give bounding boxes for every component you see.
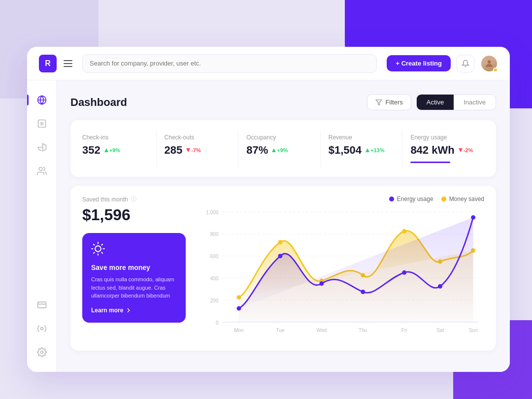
svg-text:0: 0 [216, 320, 219, 326]
stat-occupancy-label: Occupancy [246, 134, 312, 141]
promo-card: Save more money Cras quis nulla commodo,… [82, 233, 186, 323]
promo-link[interactable]: Learn more [91, 307, 177, 314]
filter-button[interactable]: Filters [367, 94, 411, 110]
svg-text:600: 600 [210, 254, 219, 259]
page-title: Dashboard [70, 96, 127, 109]
stats-row: Check-ins 352 +9% Check-outs 285 [82, 130, 484, 167]
svg-marker-15 [104, 148, 108, 152]
svg-text:Fri: Fri [401, 328, 407, 333]
savings-amount: $1,596 [82, 206, 186, 224]
charts-section: Saved this month ⓘ $1,596 [70, 186, 496, 351]
sidebar-item-users[interactable] [32, 161, 52, 181]
tab-active[interactable]: Active [417, 95, 454, 110]
svg-point-55 [236, 306, 241, 311]
svg-point-61 [471, 215, 475, 220]
svg-point-56 [278, 254, 282, 258]
stat-energy-underline [410, 162, 450, 163]
stat-checkins: Check-ins 352 +9% [82, 130, 157, 167]
search-input[interactable] [82, 54, 377, 73]
info-icon: ⓘ [131, 196, 136, 203]
legend-energy-dot [389, 197, 394, 201]
promo-title: Save more money [91, 264, 177, 271]
sidebar-item-globe[interactable] [32, 90, 52, 110]
bell-button[interactable] [457, 55, 474, 72]
dashboard-header: Dashboard Filters Active Inactive [70, 94, 496, 110]
svg-text:Thu: Thu [359, 328, 367, 333]
legend-money: Money saved [441, 196, 484, 202]
svg-point-12 [40, 328, 43, 330]
promo-icon [91, 242, 177, 259]
menu-icon[interactable] [64, 60, 72, 67]
stat-revenue-change: +13% [366, 147, 384, 153]
sidebar-item-settings[interactable] [32, 342, 52, 362]
sidebar-item-tools[interactable] [32, 319, 52, 338]
svg-marker-18 [366, 148, 369, 152]
app-window: R + Create listing [27, 47, 510, 372]
chart-legend: Energy usage Money saved [198, 196, 484, 202]
savings-panel: Saved this month ⓘ $1,596 [82, 196, 186, 341]
svg-point-60 [438, 284, 442, 289]
legend-money-dot [441, 197, 446, 201]
svg-point-0 [488, 60, 491, 64]
tab-inactive[interactable]: Inactive [454, 95, 496, 110]
svg-point-13 [40, 351, 43, 354]
avatar-status-dot [493, 67, 498, 72]
sidebar [27, 80, 57, 372]
svg-text:Sat: Sat [436, 328, 444, 333]
filter-label: Filters [385, 99, 402, 106]
stat-checkins-label: Check-ins [82, 134, 148, 141]
svg-point-9 [39, 167, 42, 171]
avatar-wrapper[interactable] [480, 55, 498, 72]
stat-occupancy-change: +9% [272, 147, 288, 153]
svg-text:800: 800 [210, 232, 219, 237]
svg-point-58 [361, 290, 365, 294]
svg-text:200: 200 [210, 298, 219, 303]
stat-checkouts-change: -7% [186, 147, 201, 153]
main-content: Dashboard Filters Active Inactive [57, 80, 510, 372]
sidebar-item-megaphone[interactable] [32, 137, 52, 157]
svg-line-23 [94, 244, 95, 245]
stat-occupancy-value: 87% [246, 144, 268, 157]
stat-energy-change: -2% [459, 147, 473, 153]
svg-marker-16 [186, 148, 190, 152]
sidebar-item-list[interactable] [32, 114, 52, 133]
tab-group: Active Inactive [416, 94, 496, 110]
stat-energy-label: Energy usage [410, 134, 476, 141]
logo-button[interactable]: R [39, 55, 57, 72]
svg-marker-17 [272, 148, 276, 152]
stat-energy: Energy usage 842 kWh -2% [402, 130, 484, 167]
sidebar-bottom [32, 295, 52, 362]
stat-revenue-label: Revenue [329, 134, 395, 141]
stat-revenue: Revenue $1,504 +13% [321, 130, 403, 167]
create-listing-button[interactable]: + Create listing [387, 55, 451, 71]
svg-rect-10 [37, 302, 46, 308]
svg-text:Mon: Mon [234, 328, 244, 333]
svg-point-48 [236, 295, 241, 299]
svg-point-57 [319, 281, 324, 286]
topbar: R + Create listing [27, 47, 510, 80]
stats-card: Check-ins 352 +9% Check-outs 285 [70, 120, 496, 177]
stat-checkins-change: +9% [104, 147, 120, 153]
promo-desc: Cras quis nulla commodo, aliquam lectus … [91, 275, 177, 300]
legend-money-label: Money saved [449, 196, 484, 202]
stat-checkouts-value: 285 [165, 144, 183, 157]
legend-energy-label: Energy usage [397, 196, 433, 202]
svg-marker-19 [459, 148, 463, 152]
svg-text:Tue: Tue [276, 328, 284, 333]
svg-text:Wed: Wed [317, 328, 327, 333]
legend-energy: Energy usage [389, 196, 433, 202]
svg-text:Sun: Sun [469, 328, 478, 333]
sidebar-item-billing[interactable] [32, 295, 52, 315]
header-right: Filters Active Inactive [367, 94, 496, 110]
stat-checkins-value: 352 [82, 144, 100, 157]
svg-point-49 [278, 240, 282, 244]
svg-line-28 [101, 244, 102, 245]
svg-point-20 [95, 246, 101, 252]
svg-point-59 [402, 270, 406, 275]
stat-revenue-value: $1,504 [329, 144, 362, 157]
stat-checkouts: Check-outs 285 -7% [157, 130, 239, 167]
stat-checkouts-label: Check-outs [165, 134, 231, 141]
svg-marker-14 [376, 100, 382, 105]
chart-svg-wrapper: 1,000 800 600 400 200 0 Mon Tue Wed Thu … [198, 206, 484, 341]
stat-occupancy: Occupancy 87% +9% [238, 130, 321, 167]
